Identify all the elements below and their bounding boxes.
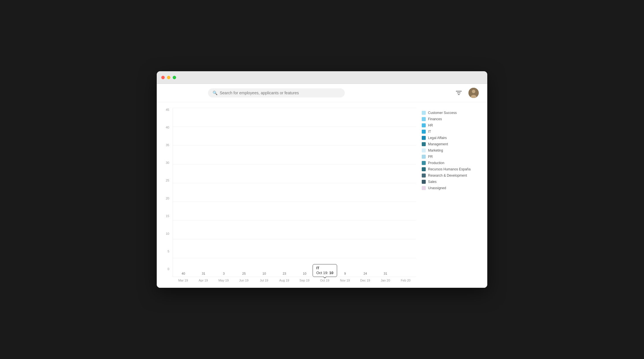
- legend-swatch: [422, 155, 426, 159]
- legend-label: HR: [428, 123, 433, 127]
- y-axis-label: 20: [162, 197, 171, 200]
- x-axis-label: Jan 20: [376, 279, 395, 282]
- grid-line: [173, 145, 416, 146]
- avatar[interactable]: [468, 88, 479, 98]
- tooltip-title: IT: [316, 266, 333, 270]
- chart-area: 051015202530354045 403132510231024ITOct …: [157, 102, 487, 288]
- x-axis-label: Jun 19: [235, 279, 253, 282]
- y-axis: 051015202530354045: [162, 108, 171, 271]
- header-right: [454, 88, 479, 98]
- search-input[interactable]: [220, 91, 340, 95]
- legend-swatch: [422, 117, 426, 121]
- bar-total-label: 23: [283, 272, 286, 275]
- search-bar[interactable]: 🔍: [208, 88, 345, 97]
- x-axis-label: Jul 19: [255, 279, 273, 282]
- y-axis-label: 10: [162, 232, 171, 235]
- legend-swatch: [422, 142, 426, 146]
- legend-label: Production: [428, 161, 444, 165]
- app-content: 🔍: [157, 84, 487, 288]
- y-axis-label: 45: [162, 108, 171, 111]
- browser-chrome: [157, 71, 487, 84]
- bar-total-label: 3: [223, 272, 225, 275]
- legend-label: Legal Affairs: [428, 136, 447, 140]
- bar-total-label: 10: [262, 272, 266, 275]
- maximize-button[interactable]: [173, 76, 176, 79]
- bar-total-label: 10: [303, 272, 306, 275]
- bar-total-label: 24: [364, 272, 367, 275]
- legend-item: Customer Success: [422, 111, 479, 115]
- legend-item: Unassigned: [422, 186, 479, 190]
- legend-label: Customer Success: [428, 111, 457, 115]
- legend-label: Research & Development: [428, 174, 467, 178]
- x-axis-label: Dec 19: [356, 279, 374, 282]
- legend-swatch: [422, 111, 426, 115]
- search-icon: 🔍: [213, 91, 217, 95]
- legend-swatch: [422, 186, 426, 190]
- bar-total-label: 31: [384, 272, 387, 275]
- svg-point-4: [472, 90, 475, 93]
- bar-total-label: 40: [182, 272, 185, 275]
- legend-label: Finances: [428, 117, 442, 121]
- grid-line: [173, 183, 416, 183]
- legend-swatch: [422, 180, 426, 184]
- legend-item: Marketing: [422, 148, 479, 152]
- chart-container: 051015202530354045 403132510231024ITOct …: [162, 108, 416, 282]
- grid-line: [173, 277, 416, 277]
- legend-label: Recursos Humanos España: [428, 167, 470, 171]
- filter-icon[interactable]: [454, 88, 464, 98]
- x-axis-label: Oct 19: [315, 279, 334, 282]
- y-axis-label: 5: [162, 250, 171, 253]
- x-axis-label: Feb 20: [396, 279, 415, 282]
- minimize-button[interactable]: [167, 76, 170, 79]
- legend-label: PR: [428, 155, 433, 159]
- legend-label: Marketing: [428, 148, 443, 152]
- grid-line: [173, 201, 416, 202]
- legend-item: IT: [422, 130, 479, 134]
- legend-swatch: [422, 174, 426, 178]
- legend-swatch: [422, 148, 426, 152]
- x-axis-label: Nov 19: [336, 279, 354, 282]
- bars-area: 403132510231024ITOct 19: 1092431: [173, 108, 416, 277]
- y-axis-label: 40: [162, 126, 171, 129]
- grid-line: [173, 220, 416, 221]
- legend-item: Sales: [422, 180, 479, 184]
- bar-total-label: 9: [344, 272, 346, 275]
- x-labels: Mar 19Apr 19May 19Jun 19Jul 19Aug 19Sep …: [173, 279, 416, 282]
- legend-item: Finances: [422, 117, 479, 121]
- legend-swatch: [422, 136, 426, 140]
- legend-item: Production: [422, 161, 479, 165]
- legend-label: Sales: [428, 180, 437, 184]
- legend-label: Management: [428, 142, 448, 146]
- y-axis-label: 25: [162, 179, 171, 182]
- bar-total-label: 24: [323, 272, 327, 275]
- traffic-lights: [161, 76, 176, 79]
- legend-item: Management: [422, 142, 479, 146]
- legend-swatch: [422, 161, 426, 165]
- legend-swatch: [422, 130, 426, 134]
- y-axis-label: 15: [162, 214, 171, 218]
- legend-item: HR: [422, 123, 479, 127]
- chart-inner: 403132510231024ITOct 19: 1092431 Mar 19A…: [173, 108, 416, 282]
- close-button[interactable]: [161, 76, 165, 79]
- y-axis-label: 35: [162, 143, 171, 147]
- x-axis-label: Apr 19: [194, 279, 213, 282]
- grid-line: [173, 258, 416, 258]
- y-axis-label: 30: [162, 161, 171, 164]
- legend-item: PR: [422, 155, 479, 159]
- legend: Customer SuccessFinancesHRITLegal Affair…: [422, 108, 479, 282]
- legend-swatch: [422, 167, 426, 171]
- grid-line: [173, 108, 416, 108]
- legend-item: Legal Affairs: [422, 136, 479, 140]
- legend-label: IT: [428, 130, 431, 134]
- x-axis-label: Mar 19: [174, 279, 192, 282]
- x-axis-label: May 19: [214, 279, 233, 282]
- bar-total-label: 31: [202, 272, 205, 275]
- y-axis-label: 0: [162, 267, 171, 271]
- legend-item: Recursos Humanos España: [422, 167, 479, 171]
- x-axis-label: Sep 19: [295, 279, 314, 282]
- grid-line: [173, 239, 416, 239]
- legend-swatch: [422, 123, 426, 127]
- x-axis-label: Aug 19: [275, 279, 294, 282]
- legend-item: Research & Development: [422, 174, 479, 178]
- grid-line: [173, 127, 416, 127]
